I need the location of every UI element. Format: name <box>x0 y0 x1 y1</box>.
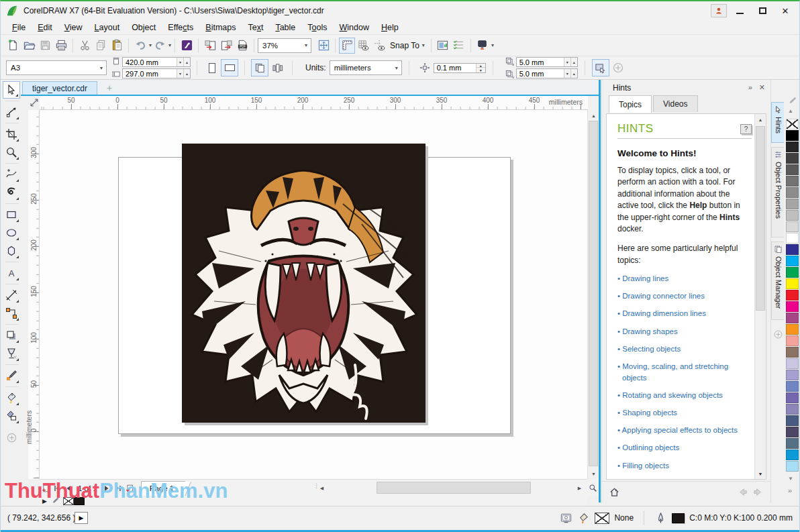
last-page-icon[interactable] <box>113 482 124 495</box>
menu-layout[interactable]: Layout <box>89 21 126 34</box>
treat-as-filled-button[interactable] <box>592 59 609 76</box>
export-icon[interactable] <box>218 38 234 54</box>
menu-help[interactable]: Help <box>375 21 405 34</box>
shape-tool-icon[interactable] <box>3 103 20 121</box>
drawing-canvas[interactable] <box>40 110 587 479</box>
color-swatch[interactable] <box>786 427 799 437</box>
color-proof-icon[interactable] <box>560 512 572 525</box>
color-swatch[interactable] <box>786 164 799 175</box>
palette-eyedropper-icon[interactable] <box>787 97 797 106</box>
snap-to-dropdown[interactable]: Snap To▾ <box>387 41 428 50</box>
hint-topic-link[interactable]: Drawing shapes <box>617 326 752 337</box>
interactive-fill-tool-icon[interactable] <box>3 407 20 425</box>
duplicate-y-field[interactable]: 5.0 mm▾▴ <box>516 68 578 78</box>
canvas-vertical-scrollbar[interactable]: ▲ ▼ <box>587 110 599 479</box>
paste-icon[interactable] <box>109 38 125 54</box>
menu-table[interactable]: Table <box>269 21 301 34</box>
open-icon[interactable] <box>21 38 37 54</box>
add-page-start-icon[interactable] <box>40 482 51 495</box>
color-swatch[interactable] <box>786 221 799 232</box>
color-swatch[interactable] <box>786 347 799 358</box>
fill-tool-icon[interactable] <box>3 389 20 407</box>
undo-icon[interactable] <box>132 38 148 54</box>
swatch-none[interactable] <box>786 119 799 129</box>
hint-topic-link[interactable]: Selecting objects <box>617 343 752 355</box>
docker-close-icon[interactable]: ✕ <box>759 83 765 92</box>
new-document-icon[interactable] <box>5 38 21 54</box>
page-width-field[interactable]: 420.0 mm▾▴ <box>122 57 191 67</box>
hints-help-icon[interactable]: ? <box>740 124 752 134</box>
customize-toolbox-icon[interactable] <box>3 429 20 446</box>
color-swatch[interactable] <box>786 415 799 426</box>
docker-tab-hints[interactable]: Hints <box>771 102 785 143</box>
color-swatch[interactable] <box>786 358 799 369</box>
color-swatch[interactable] <box>786 370 799 380</box>
current-page-button[interactable] <box>268 59 286 76</box>
hint-topic-link[interactable]: Drawing dimension lines <box>617 308 752 319</box>
hints-home-icon[interactable] <box>609 486 620 498</box>
maximize-button[interactable] <box>752 3 772 18</box>
menu-tools[interactable]: Tools <box>301 21 333 34</box>
drop-shadow-tool-icon[interactable] <box>3 327 20 344</box>
cut-icon[interactable] <box>77 38 93 54</box>
scroll-down-icon[interactable]: ▼ <box>588 468 599 479</box>
publish-pdf-icon[interactable]: PDF <box>234 38 250 54</box>
menu-view[interactable]: View <box>58 21 89 34</box>
hint-topic-link[interactable]: Filling objects <box>617 460 752 472</box>
color-swatch[interactable] <box>786 438 799 449</box>
launcher-dropdown-icon[interactable]: ▾ <box>491 42 494 48</box>
artistic-media-tool-icon[interactable] <box>3 184 20 201</box>
hint-topic-link[interactable]: Moving, scaling, and stretching objects <box>617 361 752 383</box>
previous-page-icon[interactable] <box>62 482 74 495</box>
color-swatch[interactable] <box>786 210 799 221</box>
zoom-level-select[interactable]: 37%▾ <box>258 38 311 53</box>
units-select[interactable]: millimeters▾ <box>330 60 402 75</box>
color-swatch[interactable] <box>786 301 799 312</box>
color-swatch[interactable] <box>786 130 799 141</box>
status-flyout-icon[interactable]: ▶ <box>74 512 88 524</box>
palette-scroll-down-icon[interactable]: ▼ <box>788 476 793 482</box>
menu-edit[interactable]: Edit <box>32 21 58 34</box>
docker-tab-object-properties[interactable]: Object Properties <box>771 147 785 237</box>
nudge-distance-field[interactable]: 0.1 mm▴▾ <box>434 63 486 73</box>
hint-topic-link[interactable]: Rotating and skewing objects <box>617 390 752 401</box>
pick-tool-icon[interactable] <box>3 81 20 99</box>
next-page-icon[interactable] <box>101 482 113 495</box>
view-manager-icon[interactable] <box>451 38 467 54</box>
search-content-icon[interactable] <box>179 38 195 54</box>
color-swatch[interactable] <box>786 244 799 255</box>
color-eyedropper-tool-icon[interactable] <box>3 367 20 384</box>
hint-topic-link[interactable]: Applying special effects to objects <box>617 425 752 436</box>
docker-splitter[interactable] <box>599 80 601 502</box>
show-grid-icon[interactable] <box>355 38 371 54</box>
print-icon[interactable] <box>53 38 69 54</box>
menu-object[interactable]: Object <box>126 21 162 34</box>
copy-icon[interactable] <box>93 38 109 54</box>
color-swatch[interactable] <box>786 324 799 335</box>
hint-topic-link[interactable]: Drawing lines <box>617 273 752 284</box>
parallel-dimension-tool-icon[interactable] <box>3 286 20 304</box>
connector-tool-icon[interactable] <box>3 305 20 322</box>
hints-back-icon[interactable] <box>737 486 748 498</box>
color-swatch[interactable] <box>786 461 799 472</box>
docker-collapse-icon[interactable]: » <box>748 83 752 92</box>
color-swatch[interactable] <box>786 313 799 323</box>
palette-expand-icon[interactable]: » <box>788 486 792 494</box>
page-size-select[interactable]: A3▾ <box>6 60 107 75</box>
scroll-left-icon[interactable]: ◀ <box>316 483 328 494</box>
hints-forward-icon[interactable] <box>752 486 764 498</box>
palette-scroll-up-icon[interactable]: ▲ <box>788 108 793 114</box>
hints-scroll-thumb[interactable] <box>756 126 765 311</box>
redo-dropdown-icon[interactable]: ▾ <box>168 42 171 48</box>
portrait-button[interactable] <box>203 59 221 76</box>
hint-topic-link[interactable]: Drawing connector lines <box>617 290 752 302</box>
hints-scroll-up-icon[interactable]: ▲ <box>755 114 766 125</box>
page-height-field[interactable]: 297.0 mm▾▴ <box>122 68 191 78</box>
ruler-origin-icon[interactable] <box>29 97 40 108</box>
color-swatch[interactable] <box>786 290 799 301</box>
color-swatch[interactable] <box>786 176 799 187</box>
account-icon[interactable] <box>711 4 727 17</box>
hints-tab-topics[interactable]: Topics <box>609 95 652 113</box>
menu-window[interactable]: Window <box>333 21 374 34</box>
landscape-button[interactable] <box>221 59 238 76</box>
